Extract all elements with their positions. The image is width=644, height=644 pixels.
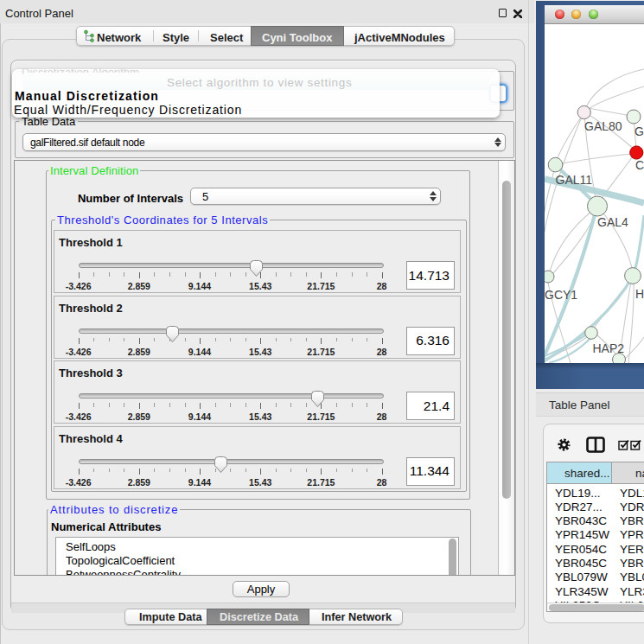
svg-text:GCY1: GCY1 — [545, 288, 577, 302]
svg-text:C: C — [635, 158, 644, 172]
svg-text:H: H — [635, 287, 644, 301]
svg-text:HAP2: HAP2 — [593, 341, 625, 355]
svg-text:GA: GA — [634, 124, 644, 138]
svg-text:GAL11: GAL11 — [556, 173, 593, 187]
svg-text:GAL4: GAL4 — [597, 215, 628, 229]
svg-text:GAL80: GAL80 — [584, 119, 622, 133]
